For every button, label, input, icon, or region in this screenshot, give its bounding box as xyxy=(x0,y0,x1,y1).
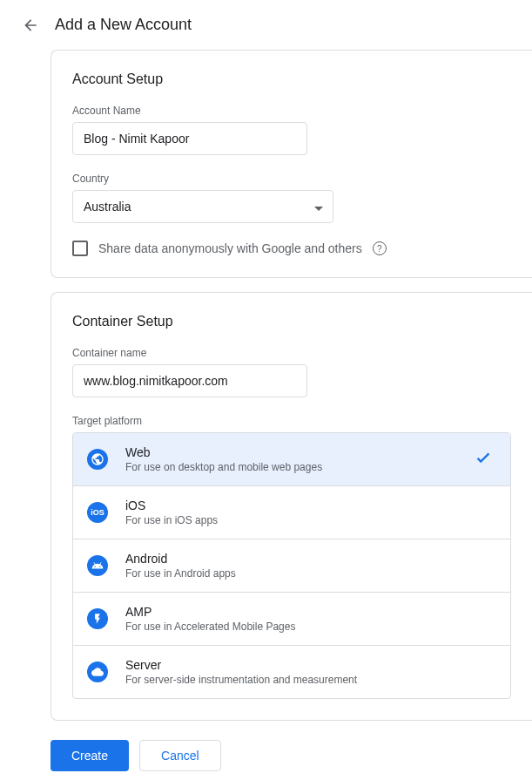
platform-option-web[interactable]: Web For use on desktop and mobile web pa… xyxy=(73,433,510,486)
country-label: Country xyxy=(72,173,511,185)
help-icon[interactable]: ? xyxy=(373,241,387,255)
country-select[interactable] xyxy=(72,190,333,223)
platform-desc: For use in Accelerated Mobile Pages xyxy=(125,621,496,633)
container-name-input[interactable] xyxy=(72,364,307,397)
arrow-left-icon xyxy=(22,17,39,34)
page-title: Add a New Account xyxy=(55,16,192,34)
container-setup-title: Container Setup xyxy=(72,314,511,329)
container-setup-card: Container Setup Container name Target pl… xyxy=(51,292,532,721)
account-name-input[interactable] xyxy=(72,122,307,155)
android-icon xyxy=(87,555,108,576)
account-setup-title: Account Setup xyxy=(72,71,511,87)
platform-desc: For use in iOS apps xyxy=(125,514,496,526)
container-name-label: Container name xyxy=(72,347,511,359)
share-data-label: Share data anonymously with Google and o… xyxy=(98,241,362,255)
web-icon xyxy=(87,449,108,470)
platform-name: Android xyxy=(125,552,496,566)
create-button[interactable]: Create xyxy=(51,740,129,771)
platform-name: Web xyxy=(125,445,496,459)
account-setup-card: Account Setup Account Name Country Share… xyxy=(51,50,532,278)
ios-icon: iOS xyxy=(87,502,108,523)
platform-option-ios[interactable]: iOS iOS For use in iOS apps xyxy=(73,486,510,539)
platform-name: Server xyxy=(125,658,496,672)
platform-desc: For use in Android apps xyxy=(125,567,496,580)
platform-option-server[interactable]: Server For server-side instrumentation a… xyxy=(73,646,510,698)
cancel-button[interactable]: Cancel xyxy=(139,740,221,771)
platform-list: Web For use on desktop and mobile web pa… xyxy=(72,432,511,699)
check-icon xyxy=(474,448,493,471)
platform-name: iOS xyxy=(125,499,496,512)
platform-option-android[interactable]: Android For use in Android apps xyxy=(73,539,510,593)
target-platform-label: Target platform xyxy=(72,415,511,427)
platform-name: AMP xyxy=(125,605,496,619)
account-name-label: Account Name xyxy=(72,105,511,117)
platform-option-amp[interactable]: AMP For use in Accelerated Mobile Pages xyxy=(73,593,510,646)
platform-desc: For server-side instrumentation and meas… xyxy=(125,674,496,686)
back-button[interactable] xyxy=(22,17,39,34)
platform-desc: For use on desktop and mobile web pages xyxy=(125,461,496,473)
amp-icon xyxy=(87,608,108,629)
share-data-checkbox[interactable] xyxy=(72,241,88,256)
server-icon xyxy=(87,661,108,682)
